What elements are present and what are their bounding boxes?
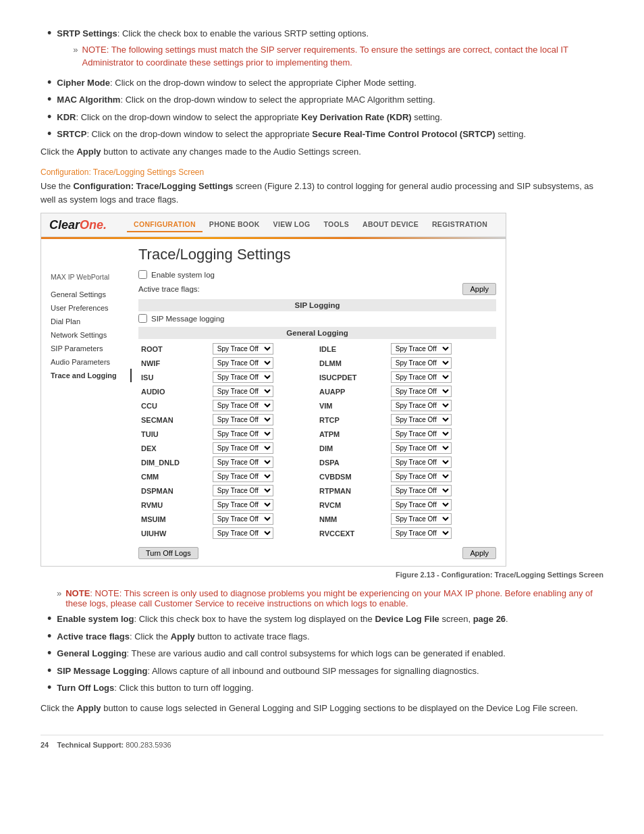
- module-select-left[interactable]: Spy Trace OffTrace OffTraceSpy Trace: [210, 498, 310, 512]
- module-select-left[interactable]: Spy Trace OffTrace OffTraceSpy Trace: [210, 342, 310, 356]
- module-select-right[interactable]: Spy Trace OffTrace OffTraceSpy Trace: [388, 356, 488, 370]
- log-level-select-right[interactable]: Spy Trace OffTrace OffTraceSpy Trace: [391, 371, 452, 383]
- nav-phonebook[interactable]: PHONE BOOK: [203, 217, 267, 232]
- module-select-right[interactable]: Spy Trace OffTrace OffTraceSpy Trace: [388, 469, 488, 484]
- module-select-right[interactable]: Spy Trace OffTrace OffTraceSpy Trace: [388, 441, 488, 455]
- log-level-select-left[interactable]: Spy Trace OffTrace OffTraceSpy Trace: [213, 414, 273, 425]
- nav-tools[interactable]: TOOLS: [317, 217, 356, 232]
- apply-bottom-button[interactable]: Apply: [462, 547, 496, 559]
- module-select-left[interactable]: Spy Trace OffTrace OffTraceSpy Trace: [210, 413, 310, 427]
- module-select-right[interactable]: Spy Trace OffTrace OffTraceSpy Trace: [388, 498, 488, 512]
- log-level-select-right[interactable]: Spy Trace OffTrace OffTraceSpy Trace: [391, 357, 452, 369]
- module-select-left[interactable]: Spy Trace OffTrace OffTraceSpy Trace: [210, 356, 310, 370]
- log-level-select-left[interactable]: Spy Trace OffTrace OffTraceSpy Trace: [213, 485, 273, 496]
- sidebar-item-sip-params[interactable]: SIP Parameters: [51, 342, 132, 355]
- bb-dot-0: •: [47, 613, 51, 626]
- log-level-select-right[interactable]: Spy Trace OffTrace OffTraceSpy Trace: [391, 400, 452, 411]
- log-level-select-right[interactable]: Spy Trace OffTrace OffTraceSpy Trace: [391, 499, 452, 511]
- log-level-select-right[interactable]: Spy Trace OffTrace OffTraceSpy Trace: [391, 485, 452, 496]
- module-select-left[interactable]: Spy Trace OffTrace OffTraceSpy Trace: [210, 455, 310, 469]
- module-name-right: DSPA: [317, 455, 388, 469]
- module-select-left[interactable]: Spy Trace OffTrace OffTraceSpy Trace: [210, 526, 310, 540]
- nav-about[interactable]: ABOUT DEVICE: [356, 217, 425, 232]
- spacer: [310, 526, 317, 540]
- log-level-select-right[interactable]: Spy Trace OffTrace OffTraceSpy Trace: [391, 414, 452, 425]
- module-select-right[interactable]: Spy Trace OffTrace OffTraceSpy Trace: [388, 398, 488, 413]
- dropdown-arrow-right: [488, 413, 496, 427]
- bullet-dot-5: •: [47, 128, 51, 141]
- sidebar-item-network[interactable]: Network Settings: [51, 328, 132, 342]
- log-level-select-right[interactable]: Spy Trace OffTrace OffTraceSpy Trace: [391, 442, 452, 454]
- log-level-select-left[interactable]: Spy Trace OffTrace OffTraceSpy Trace: [213, 457, 273, 468]
- apply-intro: Click the Apply button to activate any c…: [41, 145, 603, 159]
- module-select-right[interactable]: Spy Trace OffTrace OffTraceSpy Trace: [388, 413, 488, 427]
- module-name-left: UIUHW: [138, 526, 210, 540]
- module-select-right[interactable]: Spy Trace OffTrace OffTraceSpy Trace: [388, 455, 488, 469]
- module-select-left[interactable]: Spy Trace OffTrace OffTraceSpy Trace: [210, 370, 310, 384]
- module-select-right[interactable]: Spy Trace OffTrace OffTraceSpy Trace: [388, 384, 488, 398]
- log-level-select-left[interactable]: Spy Trace OffTrace OffTraceSpy Trace: [213, 386, 273, 397]
- final-para: Click the Apply button to cause logs sel…: [41, 702, 603, 715]
- module-select-right[interactable]: Spy Trace OffTrace OffTraceSpy Trace: [388, 526, 488, 540]
- module-select-left[interactable]: Spy Trace OffTrace OffTraceSpy Trace: [210, 441, 310, 455]
- log-level-select-right[interactable]: Spy Trace OffTrace OffTraceSpy Trace: [391, 428, 452, 440]
- spacer: [310, 512, 317, 526]
- log-level-select-right[interactable]: Spy Trace OffTrace OffTraceSpy Trace: [391, 386, 452, 397]
- sidebar-item-audio-params[interactable]: Audio Parameters: [51, 355, 132, 369]
- module-name-right: AUAPP: [317, 384, 388, 398]
- module-select-right[interactable]: Spy Trace OffTrace OffTraceSpy Trace: [388, 484, 488, 498]
- log-level-select-left[interactable]: Spy Trace OffTrace OffTraceSpy Trace: [213, 471, 273, 482]
- module-name-right: VIM: [317, 398, 388, 413]
- sidebar-item-general[interactable]: General Settings: [51, 288, 132, 301]
- module-select-right[interactable]: Spy Trace OffTrace OffTraceSpy Trace: [388, 370, 488, 384]
- log-level-select-left[interactable]: Spy Trace OffTrace OffTraceSpy Trace: [213, 513, 273, 525]
- dropdown-arrow-right: [488, 484, 496, 498]
- module-select-right[interactable]: Spy Trace OffTrace OffTraceSpy Trace: [388, 427, 488, 441]
- enable-system-log-checkbox[interactable]: [138, 270, 147, 279]
- apply-trace-button[interactable]: Apply: [462, 283, 496, 295]
- module-select-left[interactable]: Spy Trace OffTrace OffTraceSpy Trace: [210, 512, 310, 526]
- bb-dot-1: •: [47, 630, 51, 644]
- module-select-right[interactable]: Spy Trace OffTrace OffTraceSpy Trace: [388, 342, 488, 356]
- log-level-select-left[interactable]: Spy Trace OffTrace OffTraceSpy Trace: [213, 499, 273, 511]
- sidebar-item-trace-logging[interactable]: Trace and Logging: [51, 369, 132, 382]
- module-select-left[interactable]: Spy Trace OffTrace OffTraceSpy Trace: [210, 484, 310, 498]
- bullet-srtp: • SRTP Settings: Click the check box to …: [41, 27, 603, 72]
- log-level-select-left[interactable]: Spy Trace OffTrace OffTraceSpy Trace: [213, 400, 273, 411]
- dropdown-arrow-right: [488, 441, 496, 455]
- sip-message-logging-checkbox[interactable]: [138, 314, 147, 323]
- log-level-select-left[interactable]: Spy Trace OffTrace OffTraceSpy Trace: [213, 442, 273, 454]
- module-name-left: MSUIM: [138, 512, 210, 526]
- module-select-right[interactable]: Spy Trace OffTrace OffTraceSpy Trace: [388, 512, 488, 526]
- sidebar-item-dial-plan[interactable]: Dial Plan: [51, 315, 132, 328]
- nav-registration[interactable]: REGISTRATION: [425, 217, 494, 232]
- module-select-left[interactable]: Spy Trace OffTrace OffTraceSpy Trace: [210, 427, 310, 441]
- footer-phone: 800.283.5936: [126, 741, 171, 749]
- log-level-select-right[interactable]: Spy Trace OffTrace OffTraceSpy Trace: [391, 527, 452, 539]
- log-level-select-right[interactable]: Spy Trace OffTrace OffTraceSpy Trace: [391, 471, 452, 482]
- module-select-left[interactable]: Spy Trace OffTrace OffTraceSpy Trace: [210, 384, 310, 398]
- log-level-select-right[interactable]: Spy Trace OffTrace OffTraceSpy Trace: [391, 513, 452, 525]
- log-level-select-left[interactable]: Spy Trace OffTrace OffTraceSpy Trace: [213, 428, 273, 440]
- section-label: Configuration: Trace/Logging Settings Sc…: [41, 167, 603, 177]
- srtp-term: SRTP Settings: [57, 28, 117, 38]
- nav-configuration[interactable]: CONFIGURATION: [127, 217, 203, 232]
- turn-off-logs-button[interactable]: Turn Off Logs: [138, 547, 198, 559]
- table-row: ROOTSpy Trace OffTrace OffTraceSpy Trace…: [138, 342, 496, 356]
- log-level-select-left[interactable]: Spy Trace OffTrace OffTraceSpy Trace: [213, 527, 273, 539]
- log-level-select-right[interactable]: Spy Trace OffTrace OffTraceSpy Trace: [391, 457, 452, 468]
- module-name-left: ISU: [138, 370, 210, 384]
- spacer: [310, 441, 317, 455]
- log-level-select-left[interactable]: Spy Trace OffTrace OffTraceSpy Trace: [213, 343, 273, 355]
- log-level-select-left[interactable]: Spy Trace OffTrace OffTraceSpy Trace: [213, 371, 273, 383]
- log-level-select-right[interactable]: Spy Trace OffTrace OffTraceSpy Trace: [391, 343, 452, 355]
- bullet-cipher: • Cipher Mode: Click on the drop-down wi…: [41, 76, 603, 90]
- bb-dot-4: •: [47, 681, 51, 695]
- nav-viewlog[interactable]: VIEW LOG: [267, 217, 317, 232]
- module-select-left[interactable]: Spy Trace OffTrace OffTraceSpy Trace: [210, 469, 310, 484]
- log-level-select-left[interactable]: Spy Trace OffTrace OffTraceSpy Trace: [213, 357, 273, 369]
- dropdown-arrow-right: [488, 512, 496, 526]
- module-name-right: DLMM: [317, 356, 388, 370]
- sidebar-item-user-prefs[interactable]: User Preferences: [51, 301, 132, 315]
- module-select-left[interactable]: Spy Trace OffTrace OffTraceSpy Trace: [210, 398, 310, 413]
